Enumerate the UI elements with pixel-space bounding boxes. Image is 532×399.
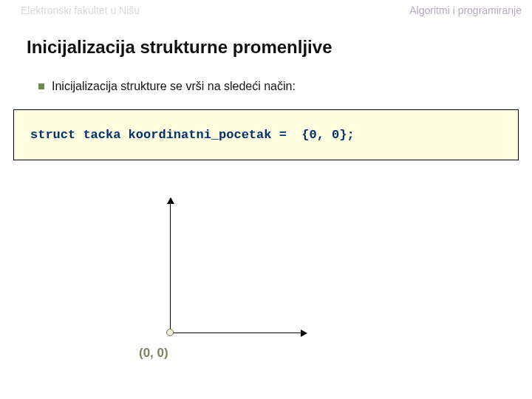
- slide-title: Inicijalizacija strukturne promenljive: [0, 16, 532, 58]
- bullet-item: Inicijalizacija strukture se vrši na sle…: [0, 58, 532, 93]
- coordinate-diagram: (0, 0): [111, 200, 303, 377]
- bullet-square-icon: [38, 83, 44, 89]
- y-axis: [170, 200, 171, 332]
- origin-label: (0, 0): [139, 346, 168, 361]
- arrow-right-icon: [301, 330, 307, 337]
- header-left: Elektronski fakultet u Nišu: [21, 4, 140, 16]
- origin-point-icon: [166, 329, 174, 336]
- header-right: Algoritmi i programiranje: [409, 4, 522, 16]
- bullet-text: Inicijalizacija strukture se vrši na sle…: [52, 80, 296, 93]
- arrow-up-icon: [167, 197, 174, 204]
- x-axis: [170, 332, 303, 333]
- code-panel: struct tacka koordinatni_pocetak = {0, 0…: [13, 109, 519, 160]
- code-line: struct tacka koordinatni_pocetak = {0, 0…: [30, 128, 502, 142]
